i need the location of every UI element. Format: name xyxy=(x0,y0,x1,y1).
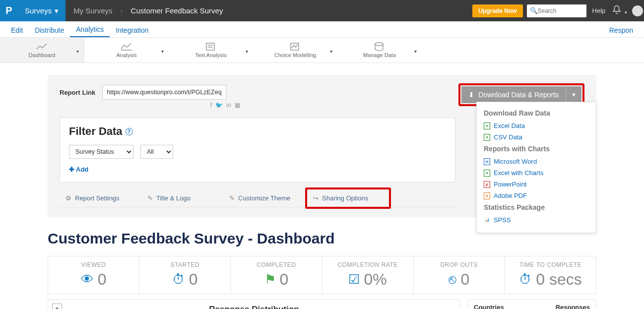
tab-integration[interactable]: Integration xyxy=(110,24,154,37)
clock-icon: ⏱ xyxy=(519,272,532,287)
topbar: P Surveys ▾ My Surveys › Customer Feedba… xyxy=(0,0,644,21)
caret-down-icon: ▾ xyxy=(414,49,417,54)
help-icon[interactable]: ? xyxy=(126,128,133,135)
customize-theme-tab[interactable]: ✎ Customize Theme xyxy=(223,189,305,207)
download-excel-charts[interactable]: xExcel with Charts xyxy=(484,167,589,179)
ribbon-manage-data[interactable]: Manage Data ▾ xyxy=(337,38,422,62)
qr-icon[interactable]: ▦ xyxy=(235,102,240,109)
breadcrumb-current: Customer Feedback Survey xyxy=(123,6,231,15)
download-icon: ⬇ xyxy=(468,91,474,99)
file-icon: w xyxy=(484,158,490,165)
stat-dropouts: DROP OUTS ⎋0 xyxy=(414,256,505,294)
surveys-label: Surveys xyxy=(25,6,52,15)
ribbon-choice-modelling[interactable]: Choice Modelling ▾ xyxy=(253,38,337,62)
caret-down-icon: ▾ xyxy=(330,49,332,54)
share-icon: ↪ xyxy=(313,194,319,202)
checkbox-icon: ☑ xyxy=(348,272,360,287)
caret-down-icon: ▾ xyxy=(625,10,627,15)
chart-line-icon xyxy=(36,42,49,51)
upgrade-button[interactable]: Upgrade Now xyxy=(472,4,522,17)
download-menu: Download Raw Data xExcel Data xCSV Data … xyxy=(476,102,596,233)
tab-analytics[interactable]: Analytics xyxy=(70,23,110,37)
download-powerpoint[interactable]: pPowerPoint xyxy=(484,179,589,190)
analysis-icon xyxy=(120,42,133,51)
file-icon: a xyxy=(484,192,490,199)
add-filter-link[interactable]: ✚ Add xyxy=(69,166,88,173)
report-link-input[interactable] xyxy=(102,85,226,100)
gear-icon: ⚙ xyxy=(65,194,71,202)
tab-edit[interactable]: Edit xyxy=(5,24,29,37)
stat-rate: COMPLETION RATE ☑0% xyxy=(322,256,414,294)
zoom-in-button[interactable]: + xyxy=(52,304,62,309)
chart-icon: 📊 xyxy=(484,217,490,224)
title-logo-tab[interactable]: ✎ Title & Logo xyxy=(141,189,223,207)
database-icon xyxy=(373,42,386,51)
filter-title: Filter Data ? xyxy=(69,125,446,138)
plus-icon: ✚ xyxy=(69,166,74,173)
ribbon-dashboard[interactable]: Dashboard ▾ xyxy=(0,38,84,62)
svg-rect-1 xyxy=(206,43,214,50)
caret-down-icon: ▾ xyxy=(76,49,79,54)
breadcrumb-mysurveys[interactable]: My Surveys xyxy=(65,6,120,15)
caret-down-icon: ▾ xyxy=(55,6,59,15)
edit-icon: ✎ xyxy=(147,194,153,202)
download-excel-data[interactable]: xExcel Data xyxy=(484,120,589,131)
main-tabs: Edit Distribute Analytics Integration Re… xyxy=(0,21,644,37)
countries-panel: Countries Responses xyxy=(467,299,596,309)
edit-icon: ✎ xyxy=(229,194,235,202)
facebook-icon[interactable]: f xyxy=(210,102,212,109)
ribbon: Dashboard ▾ Analysis ▾ Text Analysis ▾ C… xyxy=(0,37,644,63)
help-link[interactable]: Help xyxy=(592,7,606,14)
stat-viewed: VIEWED 👁0 xyxy=(48,256,139,294)
svg-point-5 xyxy=(375,43,383,46)
exit-icon: ⎋ xyxy=(449,272,456,287)
sharing-options-tab[interactable]: ↪ Sharing Options xyxy=(307,189,389,207)
survey-status-select[interactable]: Survey Status xyxy=(69,145,133,159)
notifications-icon[interactable]: ▾ xyxy=(612,5,627,16)
stats-row: VIEWED 👁0 STARTED ⏱0 COMPLETED ⚑0 COMPLE… xyxy=(48,256,596,294)
app-logo[interactable]: P xyxy=(0,0,18,21)
caret-down-icon[interactable]: ▼ xyxy=(566,92,581,98)
ribbon-analysis[interactable]: Analysis ▾ xyxy=(84,38,169,62)
tab-respon[interactable]: Respon xyxy=(603,24,639,37)
stat-time: TIME TO COMPLETE ⏱0 secs xyxy=(505,256,596,294)
sharing-highlight: ↪ Sharing Options xyxy=(305,187,391,209)
text-analysis-icon xyxy=(204,42,217,51)
surveys-dropdown[interactable]: Surveys ▾ xyxy=(18,0,65,21)
twitter-icon[interactable]: 🐦 xyxy=(215,102,223,109)
stat-started: STARTED ⏱0 xyxy=(139,256,231,294)
response-distribution-panel: + Response Distribution xyxy=(48,299,460,309)
file-icon: x xyxy=(484,134,490,141)
eye-icon: 👁 xyxy=(81,272,94,287)
download-word[interactable]: wMicrosoft Word xyxy=(484,156,589,167)
search-wrap: 🔍 xyxy=(527,4,592,17)
file-icon: p xyxy=(484,181,490,188)
caret-down-icon: ▾ xyxy=(246,49,248,54)
report-tabs: ⚙ Report Settings ✎ Title & Logo ✎ Custo… xyxy=(60,189,455,207)
ribbon-text-analysis[interactable]: Text Analysis ▾ xyxy=(169,38,253,62)
search-icon: 🔍 xyxy=(530,7,538,14)
tab-distribute[interactable]: Distribute xyxy=(29,24,70,37)
distribution-row: + Response Distribution Countries Respon… xyxy=(48,299,596,309)
download-spss[interactable]: 📊SPSS xyxy=(484,214,589,226)
caret-down-icon: ▾ xyxy=(161,49,164,54)
file-icon: x xyxy=(484,170,490,177)
stopwatch-icon: ⏱ xyxy=(172,272,185,287)
stat-completed: COMPLETED ⚑0 xyxy=(231,256,322,294)
download-button[interactable]: ⬇ Download Data & Reports ▼ xyxy=(461,86,581,103)
download-pdf[interactable]: aAdobe PDF xyxy=(484,190,589,201)
share-icons: f 🐦 in ▦ xyxy=(210,102,240,109)
avatar[interactable] xyxy=(632,5,643,16)
report-link-label: Report Link xyxy=(60,89,95,96)
linkedin-icon[interactable]: in xyxy=(226,102,231,109)
choice-icon xyxy=(289,42,302,51)
filter-all-select[interactable]: All xyxy=(140,145,173,159)
file-icon: x xyxy=(484,123,490,129)
download-csv-data[interactable]: xCSV Data xyxy=(484,131,589,143)
report-settings-tab[interactable]: ⚙ Report Settings xyxy=(60,189,141,207)
flag-icon: ⚑ xyxy=(264,272,276,287)
filter-data-panel: Filter Data ? Survey Status All ✚ Add xyxy=(60,118,455,183)
